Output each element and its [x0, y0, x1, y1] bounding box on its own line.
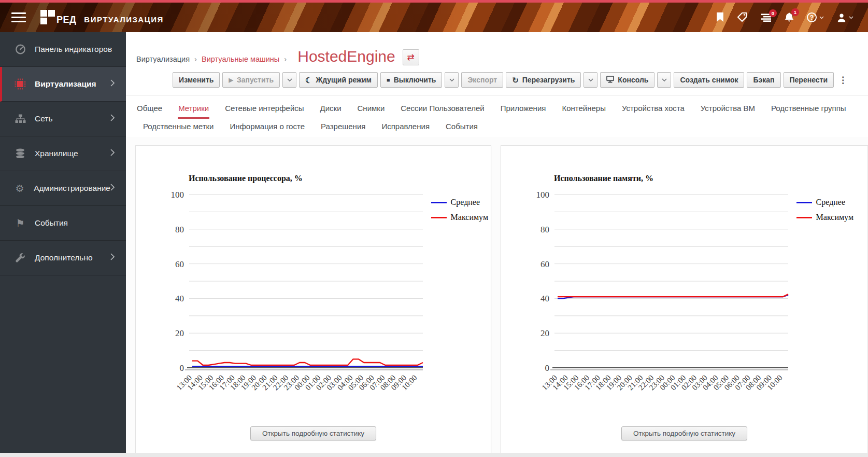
refresh-icon: ↻	[512, 76, 519, 84]
run-caret-dropdown-button[interactable]	[282, 72, 296, 88]
tab-приложения[interactable]: Приложения	[500, 102, 547, 119]
tab-родственные-метки[interactable]: Родственные метки	[143, 120, 214, 137]
database-icon	[13, 148, 27, 159]
migrate-button[interactable]: Перенести	[784, 72, 834, 88]
gear-icon: ⚙	[13, 183, 26, 195]
tab-исправления[interactable]: Исправления	[381, 120, 430, 137]
memory-chart: 02040608010013:0014:0015:0016:0017:0018:…	[504, 185, 862, 399]
flag-icon: ⚑	[13, 217, 27, 229]
tab-row-1: ОбщееМетрикиСетевые интерфейсыДискиСнимк…	[136, 102, 868, 119]
brand-name: РЕД	[56, 15, 76, 25]
tab-события[interactable]: События	[445, 120, 478, 137]
memory-chart-legend: Среднее Максимум	[796, 198, 853, 222]
cpu-chart: 02040608010013:0014:0015:0016:0017:0018:…	[139, 185, 496, 399]
maximum-line-swatch	[796, 217, 812, 218]
sidebar-item-administration[interactable]: ⚙Администрирование	[0, 171, 126, 206]
bookmark-icon[interactable]	[716, 12, 724, 22]
tab-родственные-группы[interactable]: Родственные группы	[771, 102, 847, 119]
memory-usage-card: Использование памяти, % 02040608010013:0…	[501, 145, 868, 457]
sidebar-item-storage[interactable]: Хранилище	[0, 136, 126, 171]
open-detailed-stats-button[interactable]: Открыть подробную статистику	[250, 426, 376, 440]
sidebar-item-additional[interactable]: Дополнительно	[0, 241, 126, 275]
help-menu[interactable]: ?	[807, 12, 824, 22]
button-label: Консоль	[618, 76, 648, 84]
tab-контейнеры[interactable]: Контейнеры	[561, 102, 606, 119]
svg-text:0: 0	[180, 363, 184, 373]
chevron-right-icon	[110, 149, 115, 158]
notifications-bell-icon[interactable]: 1	[785, 12, 794, 22]
suspend-button[interactable]: ☾Ждущий режим	[299, 72, 378, 88]
swap-vm-button[interactable]: ⇄	[403, 49, 419, 65]
console-caret-dropdown-button[interactable]	[657, 72, 671, 88]
legend-item-maximum: Максимум	[796, 213, 853, 222]
reboot-caret-dropdown-button[interactable]	[584, 72, 597, 88]
sidebar-item-virtualization[interactable]: Виртуализация	[0, 67, 126, 102]
svg-text:0: 0	[545, 363, 550, 373]
tab-снимки[interactable]: Снимки	[357, 102, 386, 119]
svg-text:20: 20	[540, 328, 549, 338]
page-title: HostedEngine	[297, 48, 395, 65]
stop-icon: ■	[387, 77, 390, 83]
tags-icon[interactable]	[737, 12, 748, 22]
svg-text:80: 80	[540, 225, 549, 234]
sidebar-item-dashboard[interactable]: Панель индикаторов	[0, 32, 126, 67]
tab-диски[interactable]: Диски	[320, 102, 342, 119]
console-button[interactable]: Консоль	[600, 72, 654, 88]
chevron-right-icon	[110, 114, 115, 123]
open-detailed-stats-button[interactable]: Открыть подробную статистику	[621, 426, 747, 440]
breadcrumb-virtualization[interactable]: Виртуализация	[136, 55, 190, 63]
run-button[interactable]: ▶Запустить	[222, 72, 280, 88]
button-label: Запустить	[237, 76, 274, 84]
moon-icon: ☾	[305, 76, 312, 84]
export-button[interactable]: Экспорт	[461, 72, 503, 88]
sidebar-nav: Панель индикаторовВиртуализацияСетьХрани…	[0, 32, 126, 453]
create-snapshot-button[interactable]: Создать снимок	[674, 72, 744, 88]
tab-информация-о-госте[interactable]: Информация о госте	[229, 120, 305, 137]
tab-сессии-пользователей[interactable]: Сессии Пользователей	[400, 102, 485, 119]
vm-actions-toolbar: Изменить▶Запустить☾Ждущий режим■Выключит…	[126, 67, 868, 95]
more-actions-kebab-icon[interactable]: ⋮	[838, 75, 847, 86]
sidebar-item-network[interactable]: Сеть	[0, 102, 126, 136]
chevron-down-icon	[662, 78, 667, 82]
reboot-button[interactable]: ↻Перезагрузить	[506, 72, 581, 88]
brand-product: ВИРТУАЛИЗАЦИЯ	[84, 15, 163, 25]
tab-метрики[interactable]: Метрики	[178, 102, 209, 119]
button-label: Перезагрузить	[522, 76, 575, 84]
button-label: Перенести	[790, 76, 828, 84]
svg-text:80: 80	[175, 225, 184, 234]
masthead: РЕД ВИРТУАЛИЗАЦИЯ 0 1 ?	[0, 0, 868, 32]
chip-icon	[13, 78, 27, 90]
tab-разрешения[interactable]: Разрешения	[320, 120, 366, 137]
chevron-right-icon	[110, 253, 115, 262]
sidebar-item-label: Панель индикаторов	[35, 45, 112, 54]
shutdown-caret-dropdown-button[interactable]	[445, 72, 459, 88]
sitemap-icon	[13, 114, 27, 123]
svg-text:100: 100	[171, 190, 184, 200]
cpu-chart-legend: Среднее Максимум	[431, 198, 488, 222]
user-menu[interactable]	[837, 13, 853, 22]
shutdown-button[interactable]: ■Выключить	[380, 72, 442, 88]
breadcrumb: Виртуализация › Виртуальные машины › Hos…	[126, 32, 868, 67]
button-label: Изменить	[179, 76, 214, 84]
breadcrumb-virtual-machines[interactable]: Виртуальные машины	[202, 55, 279, 63]
sidebar-item-label: События	[35, 218, 68, 228]
sidebar-item-label: Дополнительно	[35, 253, 93, 262]
tab-сетевые-интерфейсы[interactable]: Сетевые интерфейсы	[224, 102, 304, 119]
button-label: Создать снимок	[680, 76, 738, 84]
chevron-down-icon	[287, 78, 292, 82]
cpu-usage-card: Использование процессора, % 020406080100…	[135, 145, 491, 457]
sidebar-item-label: Хранилище	[35, 149, 78, 158]
tab-общее[interactable]: Общее	[136, 102, 163, 119]
legend-label-average: Среднее	[816, 198, 845, 207]
legend-item-average: Среднее	[796, 198, 853, 207]
hamburger-menu-icon[interactable]	[11, 10, 27, 25]
backup-button[interactable]: Бэкап	[747, 72, 780, 88]
sidebar-item-events[interactable]: ⚑События	[0, 206, 126, 241]
tasks-icon[interactable]: 0	[761, 13, 772, 22]
tab-устройства-вм[interactable]: Устройства ВМ	[700, 102, 756, 119]
sidebar-item-label: Сеть	[35, 114, 52, 123]
swap-icon: ⇄	[407, 52, 415, 63]
chevron-right-icon	[110, 184, 115, 193]
edit-button[interactable]: Изменить	[173, 72, 220, 88]
tab-устройства-хоста[interactable]: Устройства хоста	[621, 102, 685, 119]
